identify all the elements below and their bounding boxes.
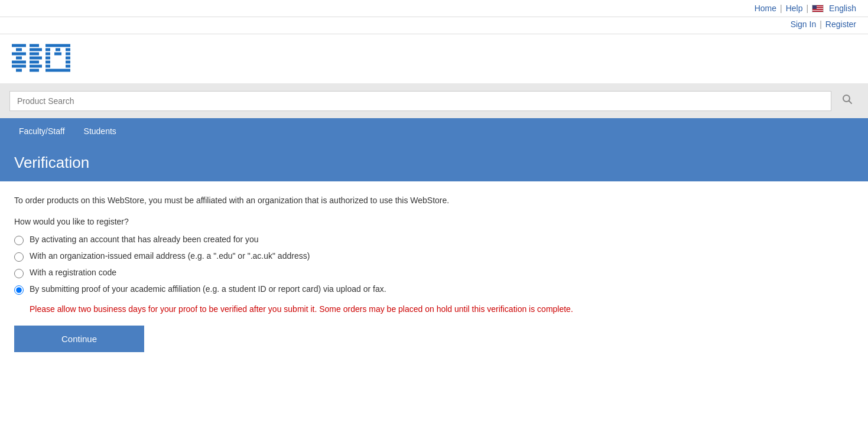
verification-header: Verification <box>0 144 868 181</box>
continue-button[interactable]: Continue <box>14 326 144 352</box>
svg-rect-3 <box>16 48 22 51</box>
option-2-radio[interactable] <box>14 252 24 262</box>
option-3-label[interactable]: With a registration code <box>30 268 116 277</box>
register-link[interactable]: Register <box>825 19 856 29</box>
svg-rect-20 <box>66 53 70 56</box>
svg-rect-13 <box>30 69 39 72</box>
svg-rect-0 <box>12 44 26 47</box>
flag-icon <box>812 5 824 12</box>
verification-title: Verification <box>14 154 854 172</box>
svg-rect-14 <box>45 44 70 47</box>
help-link[interactable]: Help <box>786 4 803 13</box>
option-3: With a registration code <box>14 268 854 278</box>
registration-options: By activating an account that has alread… <box>14 235 854 295</box>
search-button[interactable] <box>836 90 859 111</box>
option-4: By submitting proof of your academic aff… <box>14 284 854 295</box>
svg-rect-15 <box>45 48 50 51</box>
second-navigation: Sign In | Register <box>0 17 868 34</box>
nav-faculty-staff[interactable]: Faculty/Staff <box>9 119 74 143</box>
svg-rect-18 <box>45 53 50 56</box>
svg-rect-25 <box>45 65 50 68</box>
svg-rect-17 <box>66 48 70 51</box>
svg-rect-9 <box>30 53 39 56</box>
svg-rect-11 <box>30 61 39 64</box>
warning-text: Please allow two business days for your … <box>30 304 854 314</box>
logo-area <box>0 34 868 83</box>
separator-3: | <box>820 19 822 29</box>
svg-rect-6 <box>16 69 22 72</box>
search-icon <box>842 94 853 105</box>
svg-rect-21 <box>45 57 50 60</box>
svg-rect-19 <box>54 53 61 56</box>
svg-rect-22 <box>66 57 70 60</box>
separator-1: | <box>780 4 782 13</box>
nav-students[interactable]: Students <box>74 119 126 143</box>
svg-rect-23 <box>45 61 50 64</box>
svg-line-29 <box>849 101 852 104</box>
signin-link[interactable]: Sign In <box>791 19 817 29</box>
ibm-logo <box>12 40 83 76</box>
option-3-radio[interactable] <box>14 269 24 278</box>
option-4-radio[interactable] <box>14 285 24 295</box>
svg-rect-16 <box>56 48 60 51</box>
svg-rect-12 <box>30 65 42 68</box>
svg-rect-4 <box>16 57 22 60</box>
option-2: With an organization-issued email addres… <box>14 251 854 262</box>
option-4-label[interactable]: By submitting proof of your academic aff… <box>30 284 386 294</box>
separator-2: | <box>806 4 808 13</box>
svg-rect-24 <box>66 61 70 64</box>
language-link[interactable]: English <box>829 4 856 13</box>
home-link[interactable]: Home <box>755 4 776 13</box>
svg-rect-7 <box>30 44 39 47</box>
verification-content: To order products on this WebStore, you … <box>0 181 868 366</box>
option-1-label[interactable]: By activating an account that has alread… <box>30 235 259 244</box>
search-input[interactable] <box>9 91 831 111</box>
option-2-label[interactable]: With an organization-issued email addres… <box>30 251 310 261</box>
register-question: How would you like to register? <box>14 217 854 226</box>
verification-description: To order products on this WebStore, you … <box>14 196 854 205</box>
svg-rect-2 <box>12 61 26 64</box>
blue-nav: Faculty/Staff Students <box>0 118 868 144</box>
svg-rect-8 <box>30 48 42 51</box>
svg-rect-27 <box>45 69 70 72</box>
option-1-radio[interactable] <box>14 236 24 245</box>
top-navigation: Home | Help | English <box>0 0 868 17</box>
svg-rect-26 <box>66 65 70 68</box>
search-bar <box>0 83 868 118</box>
svg-rect-10 <box>30 57 42 60</box>
option-1: By activating an account that has alread… <box>14 235 854 245</box>
svg-rect-5 <box>12 65 26 68</box>
svg-rect-1 <box>12 53 26 56</box>
